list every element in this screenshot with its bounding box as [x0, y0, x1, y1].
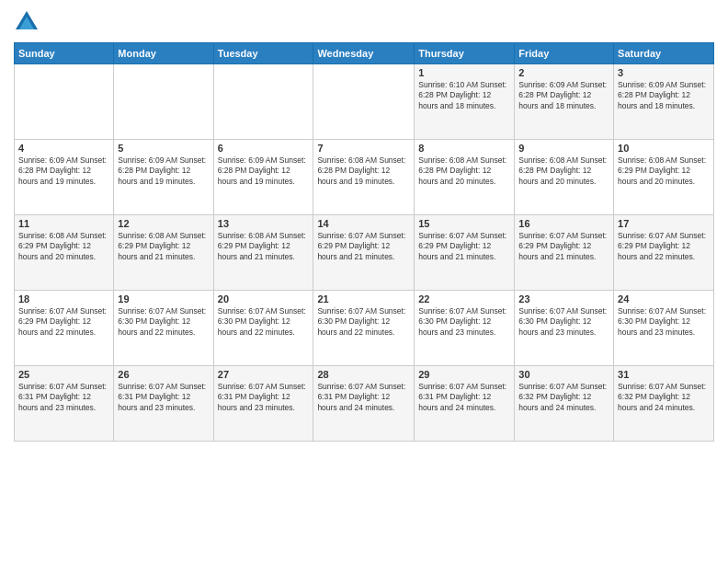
day-info: Sunrise: 6:08 AM Sunset: 6:28 PM Dayligh… — [317, 155, 410, 187]
day-number: 8 — [418, 143, 510, 154]
calendar-cell: 4Sunrise: 6:09 AM Sunset: 6:28 PM Daylig… — [15, 140, 114, 215]
day-info: Sunrise: 6:09 AM Sunset: 6:28 PM Dayligh… — [218, 155, 310, 187]
calendar-cell: 9Sunrise: 6:08 AM Sunset: 6:28 PM Daylig… — [515, 140, 614, 215]
day-number: 27 — [218, 369, 310, 380]
day-number: 5 — [118, 143, 209, 154]
calendar-cell: 20Sunrise: 6:07 AM Sunset: 6:30 PM Dayli… — [213, 291, 313, 366]
day-info: Sunrise: 6:08 AM Sunset: 6:28 PM Dayligh… — [518, 155, 609, 187]
day-number: 25 — [18, 369, 109, 380]
calendar-week-row: 25Sunrise: 6:07 AM Sunset: 6:31 PM Dayli… — [15, 366, 714, 442]
day-number: 23 — [518, 293, 609, 304]
header — [14, 9, 714, 35]
day-info: Sunrise: 6:07 AM Sunset: 6:29 PM Dayligh… — [518, 231, 609, 262]
calendar-cell: 1Sunrise: 6:10 AM Sunset: 6:28 PM Daylig… — [415, 64, 515, 140]
calendar-cell — [15, 64, 114, 140]
day-info: Sunrise: 6:08 AM Sunset: 6:29 PM Dayligh… — [118, 231, 209, 262]
weekday-header-sunday: Sunday — [15, 43, 114, 64]
calendar-week-row: 1Sunrise: 6:10 AM Sunset: 6:28 PM Daylig… — [15, 64, 714, 140]
day-number: 17 — [618, 218, 710, 229]
day-number: 12 — [118, 218, 209, 229]
day-info: Sunrise: 6:08 AM Sunset: 6:29 PM Dayligh… — [218, 231, 310, 262]
calendar-cell: 17Sunrise: 6:07 AM Sunset: 6:29 PM Dayli… — [614, 215, 714, 291]
calendar-cell — [114, 64, 213, 140]
day-info: Sunrise: 6:07 AM Sunset: 6:30 PM Dayligh… — [317, 306, 410, 338]
day-info: Sunrise: 6:07 AM Sunset: 6:31 PM Dayligh… — [317, 382, 410, 413]
calendar-cell: 21Sunrise: 6:07 AM Sunset: 6:30 PM Dayli… — [313, 291, 415, 366]
logo-icon — [14, 9, 40, 35]
day-number: 11 — [18, 218, 109, 229]
day-info: Sunrise: 6:07 AM Sunset: 6:31 PM Dayligh… — [118, 382, 209, 413]
calendar-cell: 12Sunrise: 6:08 AM Sunset: 6:29 PM Dayli… — [114, 215, 213, 291]
day-info: Sunrise: 6:10 AM Sunset: 6:28 PM Dayligh… — [418, 80, 510, 111]
day-info: Sunrise: 6:09 AM Sunset: 6:28 PM Dayligh… — [18, 155, 109, 187]
calendar-cell: 3Sunrise: 6:09 AM Sunset: 6:28 PM Daylig… — [614, 64, 714, 140]
day-number: 7 — [317, 143, 410, 154]
day-info: Sunrise: 6:07 AM Sunset: 6:29 PM Dayligh… — [618, 231, 710, 262]
day-info: Sunrise: 6:07 AM Sunset: 6:31 PM Dayligh… — [218, 382, 310, 413]
weekday-header-wednesday: Wednesday — [313, 43, 415, 64]
calendar-week-row: 4Sunrise: 6:09 AM Sunset: 6:28 PM Daylig… — [15, 140, 714, 215]
day-number: 30 — [518, 369, 609, 380]
calendar-cell — [213, 64, 313, 140]
day-number: 16 — [518, 218, 609, 229]
weekday-header-friday: Friday — [515, 43, 614, 64]
calendar-cell: 11Sunrise: 6:08 AM Sunset: 6:29 PM Dayli… — [15, 215, 114, 291]
weekday-header-tuesday: Tuesday — [213, 43, 313, 64]
day-info: Sunrise: 6:07 AM Sunset: 6:32 PM Dayligh… — [618, 382, 710, 413]
day-number: 29 — [418, 369, 510, 380]
day-info: Sunrise: 6:08 AM Sunset: 6:29 PM Dayligh… — [18, 231, 109, 262]
calendar-cell: 29Sunrise: 6:07 AM Sunset: 6:31 PM Dayli… — [415, 366, 515, 442]
calendar-cell: 23Sunrise: 6:07 AM Sunset: 6:30 PM Dayli… — [515, 291, 614, 366]
day-info: Sunrise: 6:07 AM Sunset: 6:30 PM Dayligh… — [118, 306, 209, 338]
calendar-cell: 28Sunrise: 6:07 AM Sunset: 6:31 PM Dayli… — [313, 366, 415, 442]
calendar-cell: 27Sunrise: 6:07 AM Sunset: 6:31 PM Dayli… — [213, 366, 313, 442]
day-number: 4 — [18, 143, 109, 154]
day-number: 3 — [618, 67, 710, 78]
day-number: 22 — [418, 293, 510, 304]
day-info: Sunrise: 6:09 AM Sunset: 6:28 PM Dayligh… — [518, 80, 609, 111]
day-number: 6 — [218, 143, 310, 154]
calendar-cell: 14Sunrise: 6:07 AM Sunset: 6:29 PM Dayli… — [313, 215, 415, 291]
calendar-cell: 19Sunrise: 6:07 AM Sunset: 6:30 PM Dayli… — [114, 291, 213, 366]
calendar-cell: 24Sunrise: 6:07 AM Sunset: 6:30 PM Dayli… — [614, 291, 714, 366]
calendar-cell: 10Sunrise: 6:08 AM Sunset: 6:29 PM Dayli… — [614, 140, 714, 215]
day-info: Sunrise: 6:07 AM Sunset: 6:31 PM Dayligh… — [418, 382, 510, 413]
calendar: SundayMondayTuesdayWednesdayThursdayFrid… — [14, 42, 714, 442]
day-number: 21 — [317, 293, 410, 304]
day-info: Sunrise: 6:08 AM Sunset: 6:28 PM Dayligh… — [418, 155, 510, 187]
weekday-header-row: SundayMondayTuesdayWednesdayThursdayFrid… — [15, 43, 714, 64]
calendar-cell: 18Sunrise: 6:07 AM Sunset: 6:29 PM Dayli… — [15, 291, 114, 366]
weekday-header-thursday: Thursday — [415, 43, 515, 64]
day-number: 10 — [618, 143, 710, 154]
day-number: 28 — [317, 369, 410, 380]
day-info: Sunrise: 6:07 AM Sunset: 6:32 PM Dayligh… — [518, 382, 609, 413]
day-info: Sunrise: 6:07 AM Sunset: 6:29 PM Dayligh… — [317, 231, 410, 262]
day-number: 15 — [418, 218, 510, 229]
day-info: Sunrise: 6:07 AM Sunset: 6:30 PM Dayligh… — [218, 306, 310, 338]
day-number: 20 — [218, 293, 310, 304]
calendar-cell: 7Sunrise: 6:08 AM Sunset: 6:28 PM Daylig… — [313, 140, 415, 215]
day-info: Sunrise: 6:09 AM Sunset: 6:28 PM Dayligh… — [618, 80, 710, 111]
calendar-cell: 15Sunrise: 6:07 AM Sunset: 6:29 PM Dayli… — [415, 215, 515, 291]
calendar-cell: 5Sunrise: 6:09 AM Sunset: 6:28 PM Daylig… — [114, 140, 213, 215]
day-info: Sunrise: 6:07 AM Sunset: 6:31 PM Dayligh… — [18, 382, 109, 413]
day-number: 31 — [618, 369, 710, 380]
calendar-cell: 16Sunrise: 6:07 AM Sunset: 6:29 PM Dayli… — [515, 215, 614, 291]
day-info: Sunrise: 6:09 AM Sunset: 6:28 PM Dayligh… — [118, 155, 209, 187]
day-number: 18 — [18, 293, 109, 304]
calendar-cell: 22Sunrise: 6:07 AM Sunset: 6:30 PM Dayli… — [415, 291, 515, 366]
day-number: 24 — [618, 293, 710, 304]
day-info: Sunrise: 6:07 AM Sunset: 6:29 PM Dayligh… — [418, 231, 510, 262]
calendar-cell — [313, 64, 415, 140]
calendar-week-row: 11Sunrise: 6:08 AM Sunset: 6:29 PM Dayli… — [15, 215, 714, 291]
day-number: 1 — [418, 67, 510, 78]
day-info: Sunrise: 6:07 AM Sunset: 6:30 PM Dayligh… — [618, 306, 710, 338]
day-number: 26 — [118, 369, 209, 380]
calendar-cell: 8Sunrise: 6:08 AM Sunset: 6:28 PM Daylig… — [415, 140, 515, 215]
weekday-header-saturday: Saturday — [614, 43, 714, 64]
day-number: 13 — [218, 218, 310, 229]
page: SundayMondayTuesdayWednesdayThursdayFrid… — [0, 0, 728, 563]
day-info: Sunrise: 6:07 AM Sunset: 6:29 PM Dayligh… — [18, 306, 109, 338]
day-number: 14 — [317, 218, 410, 229]
calendar-cell: 30Sunrise: 6:07 AM Sunset: 6:32 PM Dayli… — [515, 366, 614, 442]
